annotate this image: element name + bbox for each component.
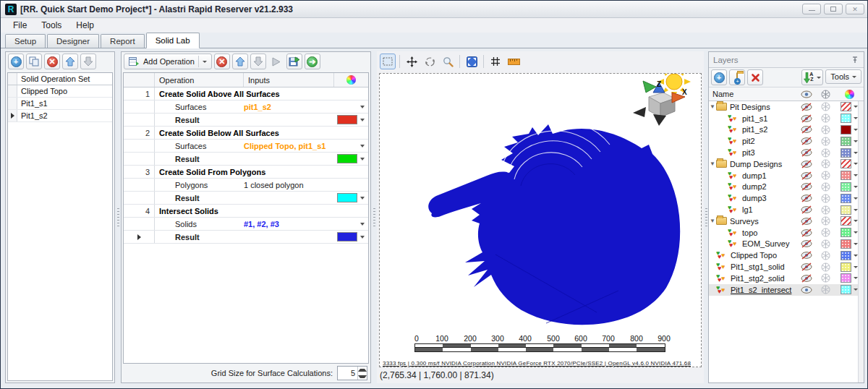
dropdown-icon[interactable]: [360, 106, 365, 108]
visibility-toggle[interactable]: [797, 171, 816, 180]
visibility-toggle[interactable]: [797, 103, 816, 111]
spin-up-button[interactable]: [358, 367, 367, 373]
dropdown-icon[interactable]: [360, 158, 365, 161]
layer-row[interactable]: ♥♥♥ Pit1_stg1_solid: [709, 261, 864, 273]
layer-color-swatch[interactable]: [841, 159, 851, 168]
orientation-gizmo[interactable]: Z X: [621, 75, 688, 127]
param-value[interactable]: 1 closed polygon: [244, 181, 304, 189]
visibility-toggle[interactable]: [797, 239, 816, 248]
operation-result-row-current[interactable]: Result: [124, 231, 368, 244]
layer-color-swatch[interactable]: [841, 148, 851, 158]
visibility-toggle[interactable]: [797, 114, 816, 123]
layer-row[interactable]: ♥♥♥ pit3: [709, 147, 864, 158]
operation-group-row[interactable]: 1 Create Solid Above All Surfaces: [124, 87, 368, 101]
layer-row[interactable]: ♥♥♥ topo: [709, 227, 864, 239]
zoom-fit-button[interactable]: [464, 54, 480, 69]
add-operation-button[interactable]: Add Operation: [124, 54, 212, 69]
result-color-swatch[interactable]: [337, 232, 357, 241]
operation-param-row[interactable]: Solids #1, #2, #3: [124, 218, 368, 231]
ruler-toggle-button[interactable]: [506, 54, 522, 69]
expander-icon[interactable]: ▼: [709, 218, 716, 224]
delete-layer-button[interactable]: [747, 69, 763, 85]
close-button[interactable]: ✕: [846, 4, 864, 14]
maximize-button[interactable]: [824, 4, 843, 14]
param-value[interactable]: Clipped Topo, pit1_s1: [244, 142, 326, 150]
layer-color-swatch[interactable]: [841, 262, 851, 272]
visibility-toggle[interactable]: [797, 205, 816, 214]
layer-row[interactable]: ♥♥♥ dump2: [709, 181, 864, 193]
wireframe-toggle[interactable]: [816, 171, 835, 180]
splitter-left[interactable]: [115, 51, 121, 383]
visibility-toggle[interactable]: [797, 251, 816, 260]
expander-icon[interactable]: ▼: [709, 161, 716, 167]
wireframe-toggle[interactable]: [816, 137, 835, 146]
delete-set-button[interactable]: ✕: [44, 54, 60, 69]
operation-group-row[interactable]: 4 Intersect Solids: [124, 205, 368, 218]
visibility-toggle[interactable]: [797, 125, 816, 134]
layer-row[interactable]: ♥♥♥ Clipped Topo: [709, 249, 864, 261]
spin-down-button[interactable]: [358, 373, 367, 380]
layer-row[interactable]: ♥♥♥ dump1: [709, 170, 864, 181]
operation-param-row[interactable]: Surfaces Clipped Topo, pit1_s1: [124, 140, 368, 153]
layer-row[interactable]: ♥♥♥ pit1_s1: [709, 113, 864, 124]
layer-row[interactable]: ♥♥♥ EOM_Survey: [709, 239, 864, 250]
add-set-button[interactable]: +: [8, 54, 24, 69]
wireframe-toggle[interactable]: [816, 273, 835, 283]
visibility-toggle[interactable]: [797, 137, 816, 145]
splitter-middle[interactable]: [371, 51, 377, 383]
wireframe-toggle[interactable]: [816, 182, 835, 192]
layer-row[interactable]: ▼ Pit Designs: [709, 101, 864, 113]
dropdown-icon[interactable]: [360, 197, 365, 200]
save-and-run-button[interactable]: [286, 54, 302, 69]
layer-row[interactable]: ♥♥♥ dump3: [709, 192, 864, 204]
layer-color-swatch[interactable]: [841, 216, 851, 226]
wireframe-toggle[interactable]: [816, 216, 835, 226]
result-color-swatch[interactable]: [337, 154, 357, 163]
minimize-button[interactable]: [802, 4, 821, 14]
visibility-toggle[interactable]: [797, 148, 816, 157]
dropdown-icon[interactable]: [360, 145, 365, 148]
layer-row[interactable]: ♥♥♥ pit2: [709, 135, 864, 147]
add-folder-button[interactable]: +: [729, 69, 745, 85]
pan-tool-button[interactable]: [404, 54, 420, 69]
layer-row[interactable]: ♥♥♥ pit1_s2: [709, 124, 864, 136]
operation-param-row[interactable]: Polygons 1 closed polygon: [124, 179, 368, 192]
move-operation-up-button[interactable]: [232, 54, 248, 69]
column-operation[interactable]: Operation: [155, 73, 244, 87]
layer-color-swatch[interactable]: [841, 228, 851, 237]
wireframe-toggle[interactable]: [816, 205, 835, 215]
operation-result-row[interactable]: Result: [124, 153, 368, 166]
move-set-down-button[interactable]: [80, 54, 96, 69]
tab-designer[interactable]: Designer: [47, 34, 99, 48]
wireframe-toggle[interactable]: [816, 102, 835, 111]
layer-row[interactable]: ▼ Surveys: [709, 215, 864, 227]
wireframe-toggle[interactable]: [816, 239, 835, 249]
layer-color-swatch[interactable]: [841, 273, 851, 283]
layer-color-swatch[interactable]: [841, 194, 851, 203]
layer-color-swatch[interactable]: [841, 171, 851, 180]
visibility-toggle[interactable]: [797, 182, 816, 191]
layer-color-swatch[interactable]: [841, 125, 851, 134]
visibility-toggle[interactable]: [797, 194, 816, 202]
run-operation-button[interactable]: [268, 54, 284, 69]
orbit-tool-button[interactable]: [422, 54, 438, 69]
wireframe-toggle[interactable]: [816, 285, 835, 294]
layer-color-swatch[interactable]: [841, 205, 851, 215]
wireframe-toggle[interactable]: [816, 262, 835, 272]
sort-layers-button[interactable]: AZ: [801, 69, 823, 85]
visibility-toggle[interactable]: [797, 160, 816, 168]
visibility-toggle[interactable]: [797, 228, 816, 237]
grid-size-value[interactable]: 5: [338, 367, 357, 380]
visibility-toggle[interactable]: [797, 262, 816, 271]
result-color-swatch[interactable]: [337, 193, 357, 202]
layer-color-swatch[interactable]: [841, 251, 851, 260]
layer-color-swatch[interactable]: [841, 114, 851, 123]
menu-help[interactable]: Help: [69, 19, 101, 32]
param-value[interactable]: #1, #2, #3: [244, 220, 279, 228]
operation-result-row[interactable]: Result: [124, 114, 368, 127]
layer-row[interactable]: ▼ Dump Designs: [709, 158, 864, 170]
operation-set-row-current[interactable]: Pit1_s2: [8, 110, 112, 122]
layer-color-swatch[interactable]: [841, 137, 851, 146]
operation-result-row[interactable]: Result: [124, 192, 368, 205]
layer-color-swatch[interactable]: [841, 102, 851, 111]
